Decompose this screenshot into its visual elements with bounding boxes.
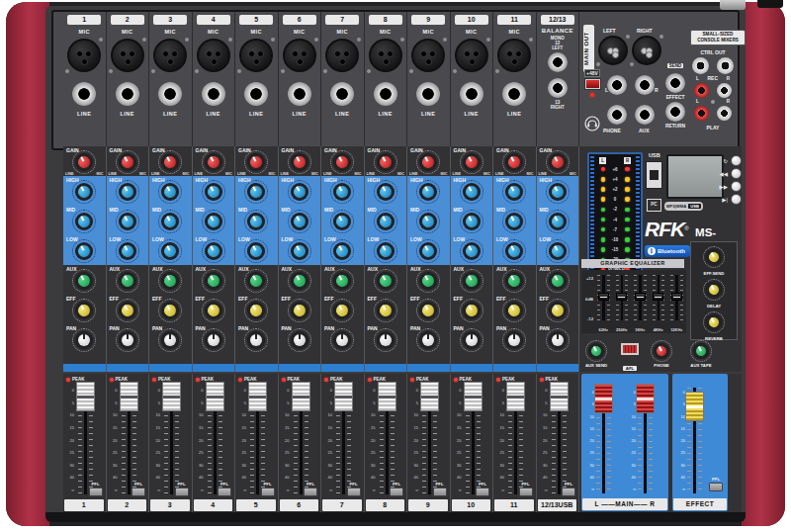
aux-knob[interactable] — [244, 269, 268, 293]
aux-knob[interactable] — [416, 269, 440, 293]
mid-eq-knob[interactable] — [72, 210, 96, 233]
next-button[interactable] — [731, 181, 742, 192]
bluetooth-button[interactable]: ᛒ Bluetooth — [645, 245, 690, 257]
main-r-fader[interactable] — [636, 384, 655, 413]
mid-eq-knob[interactable] — [202, 210, 225, 233]
aux-knob[interactable] — [72, 269, 96, 293]
aux-knob[interactable] — [502, 269, 526, 293]
mid-eq-knob[interactable] — [244, 210, 268, 233]
aux-tape-knob[interactable] — [690, 340, 712, 362]
high-eq-knob[interactable] — [158, 180, 182, 204]
effect-pfl-button[interactable] — [709, 483, 723, 491]
low-eq-knob[interactable] — [244, 239, 268, 263]
pan-knob[interactable] — [116, 328, 139, 352]
low-eq-knob[interactable] — [502, 239, 526, 263]
mid-eq-knob[interactable] — [374, 210, 397, 233]
eff-knob[interactable] — [202, 299, 225, 322]
aux-knob[interactable] — [374, 269, 397, 293]
gain-knob[interactable] — [460, 150, 483, 174]
reverb-knob[interactable] — [703, 311, 725, 333]
eq-slider-handle[interactable] — [635, 293, 646, 301]
high-eq-knob[interactable] — [416, 180, 440, 204]
gain-knob[interactable] — [116, 150, 139, 174]
gain-knob[interactable] — [546, 150, 570, 174]
channel-fader[interactable] — [378, 382, 396, 411]
gain-knob[interactable] — [202, 150, 225, 174]
pfl-button[interactable] — [347, 488, 361, 496]
channel-fader[interactable] — [550, 382, 569, 411]
aux-knob[interactable] — [158, 269, 182, 293]
gain-knob[interactable] — [502, 150, 526, 174]
aux-send-knob[interactable] — [585, 340, 607, 362]
aux-knob[interactable] — [330, 269, 354, 293]
eff-knob[interactable] — [330, 299, 354, 322]
high-eq-knob[interactable] — [202, 180, 225, 204]
eff-knob[interactable] — [546, 299, 570, 322]
aux-knob[interactable] — [116, 269, 139, 293]
pfl-button[interactable] — [390, 488, 403, 496]
eq-slider-handle[interactable] — [671, 293, 682, 301]
pan-knob[interactable] — [546, 328, 570, 352]
channel-fader[interactable] — [464, 382, 483, 411]
pan-knob[interactable] — [158, 328, 182, 352]
high-eq-knob[interactable] — [116, 180, 139, 204]
high-eq-knob[interactable] — [244, 180, 268, 204]
gain-knob[interactable] — [244, 150, 268, 174]
afl-button[interactable] — [620, 342, 640, 356]
pan-knob[interactable] — [330, 328, 354, 352]
channel-fader[interactable] — [248, 382, 267, 411]
mid-eq-knob[interactable] — [502, 210, 526, 233]
gain-knob[interactable] — [158, 150, 182, 174]
eff-knob[interactable] — [374, 299, 397, 322]
low-eq-knob[interactable] — [288, 239, 311, 263]
mid-eq-knob[interactable] — [546, 210, 570, 233]
high-eq-knob[interactable] — [546, 180, 570, 204]
low-eq-knob[interactable] — [546, 239, 570, 263]
aux-knob[interactable] — [460, 269, 483, 293]
channel-fader[interactable] — [206, 382, 224, 411]
phantom-power-switch[interactable] — [584, 78, 601, 90]
eq-slider-handle[interactable] — [616, 293, 627, 301]
mid-eq-knob[interactable] — [158, 210, 182, 233]
low-eq-knob[interactable] — [374, 239, 397, 263]
eff-knob[interactable] — [460, 299, 483, 322]
low-eq-knob[interactable] — [416, 239, 440, 263]
pan-knob[interactable] — [288, 328, 311, 352]
eff-knob[interactable] — [502, 299, 526, 322]
pfl-button[interactable] — [218, 488, 231, 496]
aux-knob[interactable] — [288, 269, 311, 293]
pan-knob[interactable] — [374, 328, 397, 352]
channel-fader[interactable] — [506, 382, 525, 411]
channel-fader[interactable] — [76, 382, 95, 411]
delay-knob[interactable] — [703, 279, 725, 301]
pfl-button[interactable] — [519, 488, 533, 496]
channel-fader[interactable] — [162, 382, 181, 411]
mid-eq-knob[interactable] — [330, 210, 354, 233]
low-eq-knob[interactable] — [158, 239, 182, 263]
gain-knob[interactable] — [288, 150, 311, 174]
gain-knob[interactable] — [330, 150, 354, 174]
gain-knob[interactable] — [72, 150, 96, 174]
effect-fader[interactable] — [685, 392, 704, 421]
channel-fader[interactable] — [292, 382, 310, 411]
pfl-button[interactable] — [433, 488, 447, 496]
mid-eq-knob[interactable] — [116, 210, 139, 233]
channel-fader[interactable] — [120, 382, 138, 411]
eff-knob[interactable] — [158, 299, 182, 322]
high-eq-knob[interactable] — [502, 180, 526, 204]
repeat-button[interactable] — [731, 155, 742, 166]
pfl-button[interactable] — [132, 488, 145, 496]
eff-knob[interactable] — [244, 299, 268, 322]
pan-knob[interactable] — [416, 328, 440, 352]
eff-knob[interactable] — [288, 299, 311, 322]
high-eq-knob[interactable] — [288, 180, 311, 204]
eq-slider-handle[interactable] — [598, 293, 609, 301]
eq-slider-handle[interactable] — [653, 293, 663, 301]
eff-knob[interactable] — [116, 299, 139, 322]
high-eq-knob[interactable] — [330, 180, 354, 204]
gain-knob[interactable] — [416, 150, 440, 174]
low-eq-knob[interactable] — [330, 239, 354, 263]
low-eq-knob[interactable] — [72, 239, 96, 263]
channel-fader[interactable] — [420, 382, 439, 411]
main-l-fader[interactable] — [594, 384, 613, 413]
